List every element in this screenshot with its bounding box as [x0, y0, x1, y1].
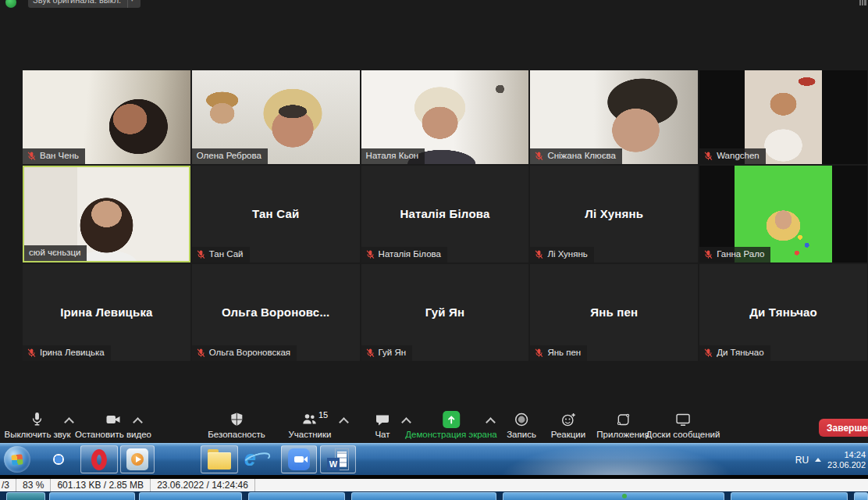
participant-name-badge: Янь пен: [530, 345, 587, 361]
microphone-icon: [5, 410, 71, 428]
share-screen-icon: [443, 411, 460, 428]
participant-grid: Ван Чень Олена Реброва Наталя Кьон Сніжа…: [23, 70, 867, 361]
taskbar-internet-explorer-icon[interactable]: e: [244, 448, 268, 472]
participant-name: сюй чєньзци: [29, 248, 80, 258]
participant-tile[interactable]: Янь пен Янь пен: [530, 264, 698, 361]
muted-mic-icon: [197, 348, 205, 358]
taskbar-word-button[interactable]: W: [320, 445, 356, 473]
media-player-icon: [126, 448, 148, 470]
taskbar-firefox-icon[interactable]: [165, 448, 189, 472]
participant-tile[interactable]: Wangchen: [699, 70, 867, 164]
participant-name-badge: Наталя Кьон: [361, 148, 425, 164]
mute-button[interactable]: Выключить звук: [5, 410, 71, 439]
stop-video-label: Остановить видео: [75, 430, 151, 439]
participants-button[interactable]: Участники 15: [289, 410, 332, 439]
taskbar-opera-button[interactable]: [80, 445, 118, 473]
taskbar-media-player-button[interactable]: [120, 445, 155, 473]
apps-button[interactable]: Приложения: [596, 410, 649, 439]
start-button[interactable]: [4, 446, 30, 473]
background-window-button: [6, 492, 45, 500]
encryption-shield-icon: [5, 0, 16, 8]
muted-mic-icon: [27, 152, 36, 161]
background-taskbar-strip: [0, 491, 868, 500]
security-label: Безопасность: [208, 430, 265, 439]
taskbar-chrome-icon[interactable]: [48, 448, 71, 472]
status-size: 601.13 KB / 2.85 MB: [51, 479, 151, 491]
participant-name-badge: сюй чєньзци: [24, 245, 87, 261]
participant-tile[interactable]: Ольга Вороновс... Ольга Вороновская: [192, 264, 360, 361]
background-window-button: [351, 492, 496, 500]
participant-tile[interactable]: Гуй Ян Гуй Ян: [361, 264, 529, 361]
mute-label: Выключить звук: [5, 430, 71, 439]
chevron-down-icon[interactable]: ▾: [128, 0, 136, 3]
record-label: Запись: [507, 430, 536, 439]
taskbar-zoom-button[interactable]: [281, 445, 317, 473]
original-audio-button[interactable]: Звук оригинала: выкл. ▾: [28, 0, 141, 8]
status-datetime: 23.06.2022 / 14:24:46: [151, 479, 255, 491]
status-page: /3: [0, 479, 16, 491]
participant-name: Наталія Білова: [379, 249, 441, 259]
participant-center-name: Ольга Вороновс...: [192, 305, 360, 319]
participant-tile[interactable]: Ван Чень: [23, 70, 190, 164]
end-meeting-button[interactable]: Завершени: [819, 419, 868, 437]
reactions-label: Реакции: [551, 430, 585, 439]
participant-name-badge: Гуй Ян: [361, 345, 412, 361]
share-screen-button[interactable]: Демонстрация экрана: [405, 410, 497, 439]
status-bar: /3 83 % 601.13 KB / 2.85 MB 23.06.2022 /…: [0, 479, 868, 491]
zoom-meeting-window: Звук оригинала: выкл. ▾ Ван Чень Олена Р…: [0, 0, 868, 500]
word-icon: W: [327, 448, 349, 470]
participant-tile[interactable]: Наталія Білова Наталія Білова: [361, 166, 529, 262]
participant-tile[interactable]: Наталя Кьон: [361, 70, 529, 164]
show-hidden-icons-caret[interactable]: [815, 458, 821, 462]
muted-mic-icon: [197, 250, 205, 259]
participant-tile[interactable]: Ганна Рало: [699, 166, 867, 262]
participant-name-badge: Тан Сай: [192, 247, 250, 262]
zoom-app-icon: [288, 448, 310, 470]
record-button[interactable]: Запись: [507, 410, 536, 439]
participant-center-name: Гуй Ян: [361, 305, 529, 319]
participant-tile[interactable]: Сніжана Клюєва: [530, 70, 698, 164]
participant-tile[interactable]: Олена Реброва: [192, 70, 360, 164]
participant-center-name: Лі Хунянь: [530, 207, 698, 220]
chat-button[interactable]: Чат: [375, 410, 390, 439]
participant-name: Наталя Кьон: [366, 151, 419, 161]
background-window-button: [731, 492, 848, 500]
muted-mic-icon: [535, 348, 543, 358]
taskbar-clock[interactable]: 14:24 23.06.202: [827, 450, 866, 470]
participant-name-badge: Ольга Вороновская: [192, 345, 297, 361]
muted-mic-icon: [704, 152, 713, 161]
muted-mic-icon: [535, 152, 543, 161]
participant-tile[interactable]: Ірина Левицька Ірина Левицька: [23, 264, 190, 361]
status-dot: [622, 494, 627, 498]
participant-name: Ірина Левицька: [40, 348, 105, 358]
share-screen-label: Демонстрация экрана: [405, 430, 497, 439]
background-window-button: [503, 492, 724, 500]
background-window-button: [854, 492, 868, 500]
taskbar-explorer-button[interactable]: [201, 445, 238, 473]
participant-name-badge: Ірина Левицька: [23, 345, 111, 361]
participant-name: Ди Тяньчао: [717, 348, 763, 358]
participant-tile[interactable]: Ди Тяньчао Ди Тяньчао: [699, 264, 867, 361]
security-button[interactable]: Безопасность: [208, 410, 265, 439]
participants-options-caret[interactable]: [339, 417, 349, 427]
muted-mic-icon: [366, 250, 375, 259]
participant-name-badge: Ван Чень: [23, 148, 85, 164]
participant-name: Ганна Рало: [717, 249, 764, 259]
reactions-button[interactable]: Реакции: [551, 410, 585, 439]
participant-name-badge: Лі Хунянь: [530, 247, 593, 262]
participant-name-badge: Олена Реброва: [192, 148, 268, 164]
participant-name: Олена Реброва: [197, 151, 261, 161]
participant-tile[interactable]: Тан Сай Тан Сай: [192, 166, 360, 262]
whiteboard-label: Доски сообщений: [646, 430, 720, 439]
whiteboard-button[interactable]: Доски сообщений: [646, 410, 720, 439]
participant-center-name: Тан Сай: [192, 207, 360, 220]
system-tray: RU 14:24 23.06.202: [795, 444, 868, 476]
participant-center-name: Ди Тяньчао: [699, 305, 867, 319]
participant-tile[interactable]: Лі Хунянь Лі Хунянь: [530, 166, 698, 262]
language-indicator[interactable]: RU: [795, 455, 809, 466]
shield-icon: [208, 410, 265, 428]
view-options-icon[interactable]: [859, 0, 866, 5]
participant-tile-active-speaker[interactable]: сюй чєньзци: [23, 166, 190, 262]
record-icon: [507, 410, 536, 428]
muted-mic-icon: [366, 348, 375, 358]
